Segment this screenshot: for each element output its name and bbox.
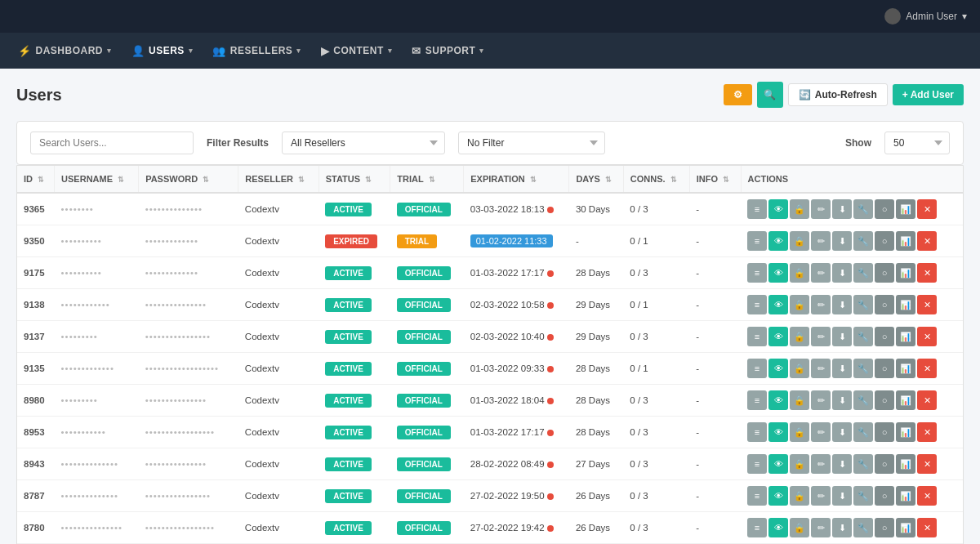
settings-button[interactable]: 🔧 [853,263,873,283]
view-button[interactable]: 👁 [768,295,788,314]
lock-button[interactable]: 🔒 [790,518,809,537]
delete-button[interactable]: ✕ [917,295,937,314]
more-button[interactable]: ○ [875,359,894,378]
info-button[interactable]: ≡ [747,231,767,251]
edit-button[interactable]: ✏ [811,518,831,537]
view-button[interactable]: 👁 [768,359,788,378]
nav-item-content[interactable]: ▶ CONTENT ▾ [313,40,401,62]
edit-button[interactable]: ✏ [811,359,831,378]
lock-button[interactable]: 🔒 [790,390,809,410]
info-button[interactable]: ≡ [747,486,767,506]
settings-button[interactable]: 🔧 [853,359,873,378]
download-button[interactable]: ⬇ [832,359,852,378]
filter-button[interactable]: ⚙ [724,84,752,105]
more-button[interactable]: ○ [875,390,894,410]
info-button[interactable]: ≡ [747,422,767,442]
settings-button[interactable]: 🔧 [853,454,873,474]
delete-button[interactable]: ✕ [917,359,937,378]
nav-item-support[interactable]: ✉ SUPPORT ▾ [403,40,492,62]
stats-button[interactable]: 📊 [896,327,915,346]
status-filter[interactable]: No Filter [458,132,605,154]
stats-button[interactable]: 📊 [896,518,915,537]
col-status[interactable]: STATUS ⇅ [318,166,390,193]
col-trial[interactable]: TRIAL ⇅ [390,166,464,193]
more-button[interactable]: ○ [875,327,894,346]
download-button[interactable]: ⬇ [832,295,852,314]
view-button[interactable]: 👁 [768,486,788,506]
lock-button[interactable]: 🔒 [790,454,809,474]
settings-button[interactable]: 🔧 [853,422,873,442]
info-button[interactable]: ≡ [747,263,767,283]
stats-button[interactable]: 📊 [896,422,915,442]
lock-button[interactable]: 🔒 [790,263,809,283]
add-user-button[interactable]: + Add User [893,84,964,105]
nav-item-users[interactable]: 👤 USERS ▾ [123,40,202,62]
stats-button[interactable]: 📊 [896,263,915,283]
nav-item-dashboard[interactable]: ⚡ DASHBOARD ▾ [10,40,120,62]
info-button[interactable]: ≡ [747,454,767,474]
lock-button[interactable]: 🔒 [790,422,809,442]
reseller-filter[interactable]: All Resellers [282,132,445,154]
download-button[interactable]: ⬇ [832,263,852,283]
download-button[interactable]: ⬇ [832,518,852,537]
view-button[interactable]: 👁 [768,390,788,410]
col-id[interactable]: ID ⇅ [17,166,55,193]
edit-button[interactable]: ✏ [811,327,831,346]
auto-refresh-button[interactable]: 🔄 Auto-Refresh [788,83,888,106]
lock-button[interactable]: 🔒 [790,359,809,378]
view-button[interactable]: 👁 [768,327,788,346]
edit-button[interactable]: ✏ [811,422,831,442]
lock-button[interactable]: 🔒 [790,231,809,251]
download-button[interactable]: ⬇ [832,422,852,442]
info-button[interactable]: ≡ [747,390,767,410]
delete-button[interactable]: ✕ [917,454,937,474]
stats-button[interactable]: 📊 [896,486,915,506]
col-days[interactable]: DAYS ⇅ [569,166,623,193]
info-button[interactable]: ≡ [747,327,767,346]
download-button[interactable]: ⬇ [832,486,852,506]
col-conns[interactable]: CONNS. ⇅ [623,166,689,193]
delete-button[interactable]: ✕ [917,486,937,506]
delete-button[interactable]: ✕ [917,263,937,283]
more-button[interactable]: ○ [875,199,894,219]
more-button[interactable]: ○ [875,422,894,442]
edit-button[interactable]: ✏ [811,295,831,314]
more-button[interactable]: ○ [875,295,894,314]
col-username[interactable]: USERNAME ⇅ [55,166,139,193]
lock-button[interactable]: 🔒 [790,327,809,346]
edit-button[interactable]: ✏ [811,231,831,251]
download-button[interactable]: ⬇ [832,199,852,219]
show-count-select[interactable]: 50 [884,132,950,154]
stats-button[interactable]: 📊 [896,199,915,219]
more-button[interactable]: ○ [875,454,894,474]
edit-button[interactable]: ✏ [811,454,831,474]
settings-button[interactable]: 🔧 [853,390,873,410]
stats-button[interactable]: 📊 [896,454,915,474]
view-button[interactable]: 👁 [768,199,788,219]
col-password[interactable]: PASSWORD ⇅ [139,166,238,193]
download-button[interactable]: ⬇ [832,327,852,346]
download-button[interactable]: ⬇ [832,231,852,251]
settings-button[interactable]: 🔧 [853,486,873,506]
stats-button[interactable]: 📊 [896,295,915,314]
more-button[interactable]: ○ [875,231,894,251]
search-button[interactable]: 🔍 [757,82,783,108]
edit-button[interactable]: ✏ [811,486,831,506]
info-button[interactable]: ≡ [747,518,767,537]
edit-button[interactable]: ✏ [811,263,831,283]
delete-button[interactable]: ✕ [917,422,937,442]
download-button[interactable]: ⬇ [832,454,852,474]
view-button[interactable]: 👁 [768,454,788,474]
col-info[interactable]: INFO ⇅ [689,166,741,193]
view-button[interactable]: 👁 [768,263,788,283]
settings-button[interactable]: 🔧 [853,295,873,314]
stats-button[interactable]: 📊 [896,359,915,378]
delete-button[interactable]: ✕ [917,199,937,219]
nav-item-resellers[interactable]: 👥 RESELLERS ▾ [204,40,310,62]
stats-button[interactable]: 📊 [896,231,915,251]
col-reseller[interactable]: RESELLER ⇅ [238,166,318,193]
more-button[interactable]: ○ [875,486,894,506]
lock-button[interactable]: 🔒 [790,199,809,219]
settings-button[interactable]: 🔧 [853,518,873,537]
info-button[interactable]: ≡ [747,295,767,314]
